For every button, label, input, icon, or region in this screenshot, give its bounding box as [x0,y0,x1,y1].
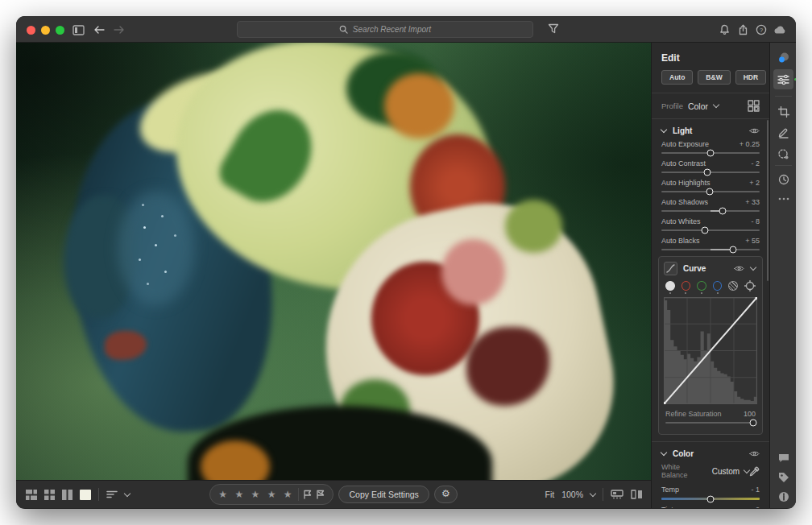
view-detail-icon[interactable] [80,490,91,500]
white-balance-row[interactable]: White Balance Custom [661,463,760,479]
view-square-grid-icon[interactable] [44,490,55,500]
slider-knob[interactable] [701,227,708,234]
view-photo-grid-icon[interactable] [26,490,37,500]
slider-knob[interactable] [749,420,756,427]
curve-channel-rgb[interactable] [665,281,675,291]
targeted-adjust-icon[interactable] [744,280,756,291]
light-section-header[interactable]: Light [661,126,760,135]
slider-knob[interactable] [707,495,715,502]
auto-button[interactable]: Auto [661,70,693,85]
slider-auto-contrast: Auto Contrast- 2 [661,159,760,173]
lightroom-window: Search Recent Import ? [16,16,796,509]
curve-channel-red[interactable] [682,281,691,291]
slider-knob[interactable] [719,208,726,215]
zoom-fit-label[interactable]: Fit [545,490,554,499]
filmstrip-toggle-icon[interactable] [611,490,624,499]
curve-channel-green[interactable] [697,281,706,291]
reject-flag-icon[interactable] [316,490,325,499]
slider-track[interactable] [661,152,760,154]
slider-value: - 8 [751,217,760,225]
color-section-header[interactable]: Color [661,449,760,458]
slider-label: Auto Shadows [661,198,708,206]
close-window-button[interactable] [27,26,35,35]
star-rating[interactable]: ★ ★ ★ ★ ★ [218,490,294,499]
refine-saturation-track[interactable] [665,422,756,424]
slider-track[interactable] [661,229,760,231]
pick-flag-icon[interactable] [303,490,312,499]
crop-tool-icon[interactable] [770,102,796,122]
comments-icon[interactable] [770,449,796,468]
color-sliders: Temp- 1Tint- 2 [652,486,769,508]
sort-chevron-icon[interactable] [124,490,130,496]
slider-knob[interactable] [704,169,711,176]
filter-icon[interactable] [548,23,559,34]
photo-flower-pattern [384,73,454,138]
curve-channels [665,280,756,291]
slider-label: Auto Blacks [661,237,700,245]
photo-flower-pattern [441,239,505,304]
curve-channel-all[interactable] [728,281,738,291]
before-after-toggle-icon[interactable] [631,490,643,499]
photo-grid-toggle-icon[interactable] [71,23,85,37]
photo-canvas[interactable] [16,43,651,480]
search-placeholder: Search Recent Import [353,25,431,34]
curve-tool-icon[interactable] [664,262,677,275]
view-compare-icon[interactable] [62,490,72,500]
forward-icon[interactable] [111,23,126,37]
slider-knob[interactable] [706,188,713,196]
slider-tint: Tint- 2 [661,506,760,508]
profile-row[interactable]: Profile Color [661,100,760,112]
copy-edit-settings-button[interactable]: Copy Edit Settings [338,486,429,503]
profile-label: Profile [661,101,683,110]
slider-track[interactable] [661,249,760,250]
edit-tool-icon[interactable] [770,70,796,89]
zoom-chevron-icon[interactable] [590,490,596,496]
color-visibility-eye-icon[interactable] [749,450,760,457]
slider-track[interactable] [661,191,760,192]
bw-button[interactable]: B&W [698,70,730,85]
cloud-sync-icon[interactable] [773,23,787,37]
slider-track[interactable] [661,172,760,173]
profile-browse-icon[interactable] [748,100,760,112]
slider-track[interactable] [661,210,760,212]
masking-tool-icon[interactable] [770,144,796,163]
presets-icon[interactable] [770,48,796,67]
refine-saturation-value: 100 [744,410,756,418]
notifications-icon[interactable] [717,23,731,37]
refine-saturation-label: Refine Saturation [665,410,722,418]
keywords-tag-icon[interactable] [770,468,796,487]
back-icon[interactable] [92,23,106,37]
curve-visibility-eye-icon[interactable] [734,265,744,272]
panel-scrollbar[interactable] [767,120,768,281]
divider [603,488,603,501]
zoom-level-value[interactable]: 100% [561,490,583,499]
hdr-button[interactable]: HDR [735,70,766,85]
light-visibility-eye-icon[interactable] [749,127,760,134]
tone-curve-histogram[interactable] [664,297,757,404]
versions-history-icon[interactable] [770,170,796,189]
slider-knob[interactable] [707,150,715,157]
minimize-window-button[interactable] [41,26,50,35]
slider-knob[interactable] [730,246,737,254]
slider-value: - 2 [751,506,760,508]
zoom-window-button[interactable] [56,26,64,35]
collapse-chevron-icon [661,449,667,456]
share-icon[interactable] [735,23,750,37]
slider-auto-highlights: Auto Highlights+ 2 [661,179,760,192]
healing-brush-icon[interactable] [770,123,796,143]
panel-title: Edit [661,52,760,64]
photo-cheek-highlight [118,192,194,305]
light-section-title: Light [673,126,692,135]
help-icon[interactable]: ? [754,23,768,37]
curve-channel-blue[interactable] [713,281,723,291]
search-input[interactable]: Search Recent Import [237,21,533,38]
info-icon[interactable] [770,487,796,506]
sort-icon[interactable] [106,490,118,498]
search-icon [339,25,348,34]
slider-auto-blacks: Auto Blacks+ 55 [661,237,760,250]
eyedropper-icon[interactable] [749,466,760,477]
slider-track[interactable] [661,498,760,500]
curve-chevron-icon[interactable] [750,264,756,271]
more-tools-icon[interactable] [770,189,796,209]
settings-gear-button[interactable]: ⚙ [434,486,458,503]
